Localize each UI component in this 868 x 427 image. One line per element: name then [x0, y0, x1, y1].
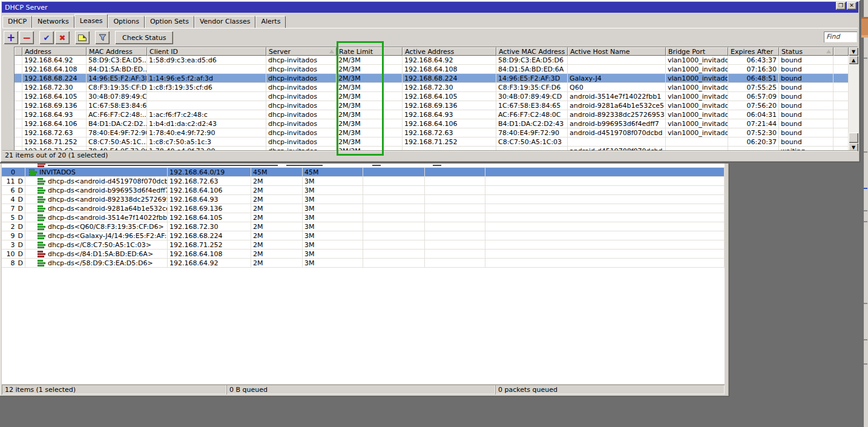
cell: bound [779, 92, 833, 101]
cell: 192.168.71.252 [403, 137, 496, 147]
remove-button[interactable]: − [19, 31, 34, 44]
queue-row-9[interactable]: 9Ddhcp-ds<Galaxy-J4/14:96:E5:F2:AF:...19… [2, 231, 725, 240]
tab-alerts[interactable]: Alerts [255, 16, 286, 28]
cell: 2M/3M [337, 74, 403, 83]
cell [833, 128, 849, 137]
queue-target-cell: 192.168.64.106 [168, 186, 251, 195]
occluded-queue-row[interactable] [2, 164, 725, 168]
column-header-client-id[interactable]: Client ID [147, 47, 266, 56]
cell: bound [779, 119, 833, 128]
cell: vlan1000_invitados [666, 83, 728, 92]
cell: android-d4519708f070dcbd [568, 128, 666, 137]
queue-row-0[interactable]: 0INVITADOS192.168.64.0/1945M45M [2, 168, 725, 177]
vertical-scrollbar[interactable]: ▲ ▼ [849, 56, 858, 151]
enable-button[interactable]: ✔ [39, 31, 54, 44]
find-input[interactable]: Find [824, 31, 857, 42]
lease-row-192.168.72.30[interactable]: 192.168.72.30C8:F3:19:35:CF:D61:c8:f3:19… [15, 83, 858, 92]
lease-row-192.168.64.106[interactable]: 192.168.64.106B4:D1:DA:C2:D2...1:b4:d1:d… [15, 119, 858, 128]
queue-id-cell: 9D [2, 231, 25, 240]
column-header-status[interactable]: Status [779, 47, 833, 56]
queue-row-3[interactable]: 3Ddhcp-ds</C8:C7:50:A5:1C:03>192.168.71.… [2, 240, 725, 250]
cell: 06:48:51 [728, 74, 779, 83]
tab-vendor-classes[interactable]: Vendor Classes [194, 16, 256, 28]
column-header-active-mac-address[interactable]: Active MAC Address [496, 47, 568, 56]
queue-upload-limit-cell: 2M [251, 177, 303, 186]
queue-empty-cell [363, 195, 425, 204]
cell: vlan1000_invitados [666, 119, 728, 128]
queue-row-6[interactable]: 6Ddhcp-ds<android-b996953d6f4edff7...192… [2, 186, 725, 195]
lease-row-192.168.64.93[interactable]: 192.168.64.93AC:F6:F7:C2:48:...1:ac:f6:f… [15, 110, 858, 119]
comment-button[interactable] [75, 31, 90, 44]
column-header-server[interactable]: Server [266, 47, 337, 56]
cross-icon: ✖ [59, 33, 66, 42]
queue-upload-limit-cell: 2M [251, 240, 303, 250]
lease-row-192.168.72.63[interactable]: 192.168.72.6378:40:E4:9F:72:901:78:40:e4… [15, 128, 858, 137]
close-button[interactable]: ✕ [847, 2, 856, 10]
cell: 192.168.71.252 [22, 137, 87, 147]
tab-leases[interactable]: Leases [74, 14, 108, 28]
queue-row-5[interactable]: 5Ddhcp-ds<android-3514e7f14022fbb1...192… [2, 213, 725, 222]
queue-row-7[interactable]: 7Ddhcp-ds<android-9281a64b1e532ce...192.… [2, 204, 725, 213]
cell: B4:D1:DA:C2:D2... [87, 119, 147, 128]
lease-row-192.168.71.252[interactable]: 192.168.71.252C8:C7:50:A5:1C...1:c8:c7:5… [15, 137, 858, 147]
queue-empty-cell [363, 177, 425, 186]
check-status-button[interactable]: Check Status [115, 31, 173, 44]
scroll-up-button[interactable]: ▲ [849, 56, 858, 64]
tab-dhcp[interactable]: DHCP [2, 16, 32, 28]
column-header-expires-after[interactable]: Expires After [728, 47, 779, 56]
queue-name-cell: dhcp-ds<Q60/C8:F3:19:35:CF:D6> [25, 222, 168, 231]
column-header-address[interactable]: Address [22, 47, 87, 56]
queue-upload-limit-cell: 45M [251, 168, 303, 177]
queue-name-cell: dhcp-ds<android-d4519708f070dcbd... [25, 177, 168, 186]
column-select-dropdown[interactable]: ▼ [849, 47, 858, 56]
partial-window-edge [864, 0, 868, 427]
cell [15, 101, 22, 110]
leases-table: AddressMAC AddressClient IDServerRate Li… [15, 47, 858, 151]
cell [147, 92, 266, 101]
cell [833, 74, 849, 83]
queue-id-cell: 10D [2, 250, 25, 259]
column-header-rate-limit[interactable]: Rate Limit [337, 47, 403, 56]
queue-empty-cell [485, 195, 725, 204]
column-header-active-address[interactable]: Active Address [403, 47, 496, 56]
lease-row-192.168.64.105[interactable]: 192.168.64.10530:4B:07:89:49:CDdhcp-invi… [15, 92, 858, 101]
cell [833, 137, 849, 147]
queue-empty-cell [425, 204, 485, 213]
cell: 84:D1:5A:BD:ED... [87, 65, 147, 74]
queue-row-11[interactable]: 11Ddhcp-ds<android-d4519708f070dcbd...19… [2, 177, 725, 186]
queue-row-4[interactable]: 4Ddhcp-ds<android-892338dc2572695...192.… [2, 195, 725, 204]
queue-row-10[interactable]: 10Ddhcp-ds</84:D1:5A:BD:ED:6A>192.168.64… [2, 250, 725, 259]
tab-underline [2, 28, 858, 28]
queue-name-cell: INVITADOS [25, 168, 168, 177]
queue-icon [38, 260, 45, 266]
cell: bound [779, 56, 833, 65]
tab-networks[interactable]: Networks [32, 16, 74, 28]
lease-row-192.168.64.92[interactable]: 192.168.64.9258:D9:C3:EA:D5...1:58:d9:c3… [15, 56, 858, 65]
add-button[interactable]: + [4, 31, 18, 44]
column-header-mac-address[interactable]: MAC Address [87, 47, 147, 56]
lease-row-192.168.64.108[interactable]: 192.168.64.10884:D1:5A:BD:ED...dhcp-invi… [15, 65, 858, 74]
queue-icon [38, 164, 45, 167]
column-header-bridge-port[interactable]: Bridge Port [666, 47, 728, 56]
cell: dhcp-invitados [266, 56, 337, 65]
queue-row-2[interactable]: 2Ddhcp-ds<Q60/C8:F3:19:35:CF:D6>192.168.… [2, 222, 725, 231]
filter-button[interactable] [95, 31, 110, 44]
disable-button[interactable]: ✖ [55, 31, 70, 44]
lease-row-192.168.68.224[interactable]: 192.168.68.22414:96:E5:F2:AF:3D1:14:96:e… [15, 74, 858, 83]
maximize-button[interactable]: ❐ [836, 2, 846, 10]
tab-options[interactable]: Options [108, 16, 144, 28]
cell: 192.168.64.105 [22, 92, 87, 101]
column-header-active-host-name[interactable]: Active Host Name [568, 47, 666, 56]
cell: bound [779, 74, 833, 83]
lease-row-192.168.69.136[interactable]: 192.168.69.1361C:67:58:E3:84:65dhcp-invi… [15, 101, 858, 110]
scrollbar-thumb[interactable] [849, 133, 858, 143]
queue-row-8[interactable]: 8Ddhcp-ds</58:D9:C3:EA:D5:D6>192.168.64.… [2, 259, 725, 268]
queue-icon [38, 214, 45, 221]
column-header-blank [15, 47, 22, 56]
cell: 192.168.72.63 [22, 128, 87, 137]
cell: android-b996953d6f4edff7 [568, 119, 666, 128]
tab-option-sets[interactable]: Option Sets [145, 16, 194, 28]
titlebar[interactable]: DHCP Server ❐ ✕ [2, 2, 858, 13]
queue-download-limit-cell: 45M [303, 168, 363, 177]
cell: 1:c8:c7:50:a5:1c:3 [147, 137, 266, 147]
